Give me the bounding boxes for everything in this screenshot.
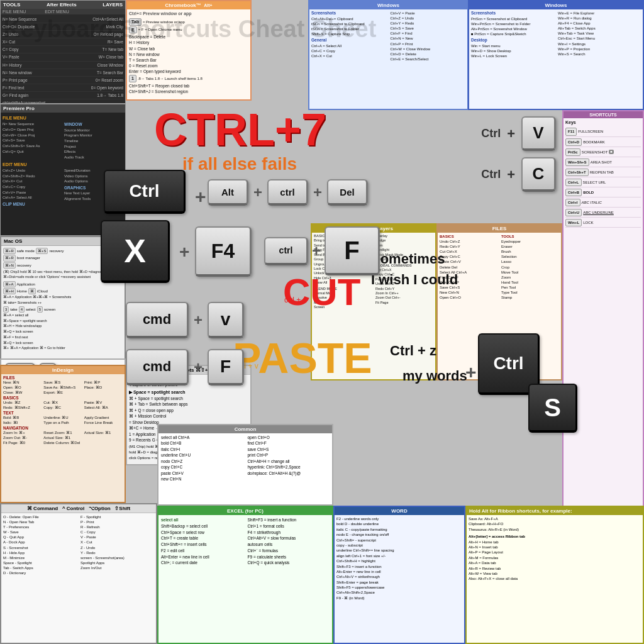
cmd-key-v: cmd (126, 302, 189, 338)
rtcuts-title: SHORTCUTS (564, 111, 643, 118)
win-title: Windows (309, 1, 467, 9)
chrome-title: Chromebook™ Alt+ (127, 1, 250, 9)
italic-row: Ctrl+I ABC ITALIC (565, 198, 641, 208)
ae-row: F= Find text0= Open keyword (3, 84, 123, 92)
windows-panel-right: Windows Screenshots PrtScn = Screenshot … (468, 0, 644, 110)
ctrl-big-button: Ctrl (104, 170, 186, 214)
pp-title: Premiere Pro (1, 104, 125, 113)
word-panel: WORD F2 - underline words only bold D - … (333, 506, 465, 644)
cad-row: Alt + ctrl + Del (208, 179, 368, 206)
chromebook-panel: Chromebook™ Alt+ Ctrl+= Preview window o… (126, 0, 252, 101)
ctrl-key-cad: ctrl (267, 179, 308, 206)
f-big-key: F (325, 226, 380, 275)
c-key-top: C (521, 157, 556, 192)
ae-content: N= New SequenceCtrl+A=Select All Ctrl+D=… (1, 14, 125, 104)
ctrl-v-top-row: Ctrl + V (481, 116, 556, 151)
ribbon-panel: Hold Alt for Ribbon shortcuts, for examp… (465, 506, 644, 644)
ctrl-z-text: Ctrl + z (390, 343, 436, 359)
excel-content: select all Shift+Backsp = select cell Ct… (158, 515, 332, 568)
plus-sign-1: + (195, 186, 206, 208)
win-right-title: Windows (469, 1, 643, 9)
cmd-f-row: cmd + F (126, 349, 244, 386)
ae-row: X= CutR= Save (3, 38, 123, 46)
plus-sign-3: + (313, 184, 322, 201)
common-title: Common (158, 425, 332, 433)
cut-sub-text: ctrl + x (284, 296, 307, 304)
sometimes-text: Sometimes I wish I could (371, 248, 458, 290)
common-panel: Common select all Ctrl+A bold Ctrl+B ita… (157, 424, 333, 506)
rtcuts-panel: SHORTCUTS Keys F11 FULLSCREEN Ctrl+D BOO… (562, 110, 644, 519)
ctrl7-text: CTRL+7 (154, 104, 326, 155)
excel-title: EXCEL (for PC) (158, 507, 332, 515)
screenshot-row: PrtSc SCREENSHOT ■ (565, 148, 641, 157)
cmd-key-f: cmd (126, 349, 189, 386)
indesign-panel: InDesign FILES New: ⌘N Open: ⌘O Close: ⌘… (0, 365, 126, 503)
ae-row: Ctrl+D= DuplicateMark Clip (3, 23, 123, 31)
ae-row: P= Print page0= Reset zoom (3, 77, 123, 84)
v-key-top: V (521, 116, 556, 151)
win-right-content: Screenshots PrtScn = Screenshot at Clipb… (469, 9, 643, 60)
x-big-button: X (101, 220, 170, 283)
files-title: FILES (438, 225, 561, 233)
word-title: WORD (335, 507, 464, 515)
ae-row: H= HistoryClose Window (3, 62, 123, 69)
ribbon-content: Save As: Alt+F+A Clipboard: Alt+H+FO The… (467, 515, 643, 583)
v-key-big: v (208, 302, 244, 338)
plus-sign-6: + (194, 311, 203, 329)
lock-row: Win+L LOCK (565, 218, 641, 228)
rtcuts-content: Keys F11 FULLSCREEN Ctrl+D BOOKMARK PrtS… (564, 118, 643, 230)
ae-row: ctrl+shift+A=screenshot (3, 99, 123, 104)
cmd-v-row: cmd + v (126, 302, 244, 338)
reopentab-row: Ctrl+Sh+T REOPEN TAB (565, 168, 641, 177)
selecturl-row: Ctrl+L SELECT URL (565, 178, 641, 187)
mac-cmd-title: ⌘ Command ^ Control ⌥Option ⇧Shift (1, 504, 156, 513)
underline-row: Ctrl+U ABC UNDERLINE (565, 208, 641, 218)
ae-row: V= PasteW= Close tab (3, 53, 123, 61)
plus-sign-8: + (465, 362, 477, 383)
windows-panel-left: Windows Screenshots Ctrl+Alt+Del+= Clipb… (308, 0, 469, 110)
ctrl-c-top-row: Ctrl + C (481, 157, 556, 192)
f-key-cmd: F (208, 349, 244, 386)
plus-sign-7: + (194, 358, 203, 376)
chrome-content: Ctrl+= Preview window or app Tab = Previ… (127, 9, 250, 96)
win-content: Screenshots Ctrl+Alt+Del+= Clipboard tSC… (309, 9, 467, 63)
del-key: Del (327, 179, 368, 206)
ae-row: N= New windowT= Search Bar (3, 69, 123, 77)
common-content: select all Ctrl+A bold Ctrl+B italic Ctr… (158, 433, 332, 483)
ae-row: C= CopyT= New tab (3, 46, 123, 53)
after-effects-panel: TOOLS After Effects LAYERS FILE MENU EDI… (0, 0, 126, 104)
ae-row: N= New SequenceCtrl+A=Select All (3, 16, 123, 23)
ctrl-f-row: ctrl + F (264, 226, 380, 275)
plus-sign-4: + (179, 242, 189, 262)
id-title: InDesign (1, 366, 125, 374)
ae-row: Z= UndoO= Reload page (3, 31, 123, 38)
fullscreen-row: F11 FULLSCREEN (565, 127, 641, 136)
excel-panel: EXCEL (for PC) select all Shift+Backsp =… (157, 506, 333, 644)
mac-cmd-panel: ⌘ Command ^ Control ⌥Option ⇧Shift O - D… (0, 503, 157, 644)
f4-key: F4 (195, 226, 252, 277)
id-content: FILES New: ⌘N Open: ⌘O Close: ⌘W Save: ⌘… (1, 374, 125, 447)
word-content: F2 - underline words only bold D - doubl… (335, 515, 464, 602)
ae-row: G= Find again1.8→ Tabs 1.8 (3, 92, 123, 99)
alt-key: Alt (208, 179, 248, 206)
mac-cmd-content: O - Delete: Open File N - Open New Tab T… (1, 513, 156, 577)
plus-sign-5: + (312, 242, 321, 260)
ctrl-sm-key: ctrl (264, 237, 308, 265)
bold-row: Ctrl+B BOLD (565, 188, 641, 197)
paste-big-text: PASTE (233, 333, 372, 382)
ae-col-header: FILE MENU EDIT MENU (1, 9, 125, 14)
areashot-row: Win+Sh+S AREA SHOT (565, 158, 641, 167)
plus-sign-2: + (253, 184, 262, 201)
if-all-else-text: if all else fails (182, 154, 297, 174)
bookmark-row: Ctrl+D BOOKMARK (565, 138, 641, 147)
s-big-key: S (528, 384, 577, 433)
ae-title: TOOLS After Effects LAYERS (1, 1, 125, 9)
my-words-text: my words (402, 368, 467, 384)
ribbon-title: Hold Alt for Ribbon shortcuts, for examp… (467, 507, 643, 515)
cut-big-text: CUT (283, 270, 360, 314)
